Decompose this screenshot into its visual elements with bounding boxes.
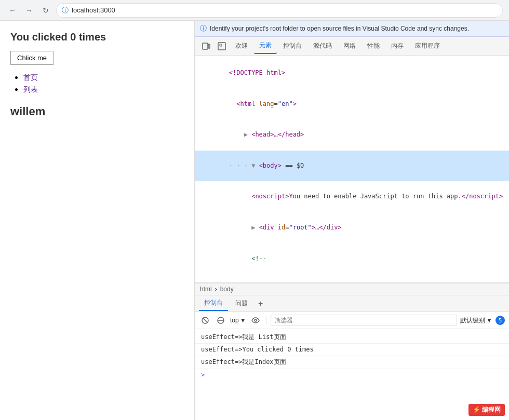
tab-application[interactable]: 应用程序 [410, 38, 445, 53]
id-attr: id [278, 224, 285, 231]
url-text: localhost:3000 [72, 6, 115, 14]
tab-network[interactable]: 网络 [338, 38, 361, 53]
list-item: 列表 [23, 85, 184, 94]
noscript-text: You need to enable JavaScript to run thi… [289, 193, 461, 200]
block-button[interactable] [215, 314, 227, 327]
noscript-close: </noscript> [462, 193, 503, 200]
top-label: top [230, 317, 239, 324]
id-value: "root" [289, 224, 311, 231]
badge-count: 5 [495, 316, 505, 325]
back-button[interactable]: ← [6, 4, 19, 17]
noscript-tag: <noscript> [251, 193, 289, 200]
html-line-html: <html lang="en"> [195, 89, 509, 120]
main-layout: You clicked 0 times Chlick me 首页 列表 will… [0, 21, 509, 420]
browser-chrome: ← → ↻ ⓘ localhost:3000 [0, 0, 509, 21]
svg-rect-1 [208, 44, 210, 48]
comment-open: <!-- [251, 255, 266, 262]
security-icon: ⓘ [62, 6, 69, 15]
head-tag: <head>…</head> [251, 131, 304, 138]
console-tab-console[interactable]: 控制台 [199, 296, 228, 311]
filter-input[interactable] [271, 315, 458, 326]
elements-panel: <!DOCTYPE html> <html lang="en"> ▶ <head… [195, 56, 509, 283]
lang-value: "en" [278, 100, 293, 107]
inspect-icon[interactable] [215, 39, 229, 53]
doctype-tag: <!DOCTYPE html> [229, 69, 285, 76]
tab-welcome[interactable]: 欢迎 [230, 38, 253, 53]
html-line-noscript: <noscript>You need to enable JavaScript … [195, 181, 509, 212]
console-panel: 控制台 问题 + top ▼ [195, 295, 509, 420]
prompt-symbol: > [201, 371, 205, 378]
comment-block: This HTML file is a template. If you ope… [195, 274, 509, 283]
top-arrow-icon: ▼ [240, 317, 246, 324]
level-dropdown[interactable]: 默认级别 ▼ [460, 316, 492, 325]
html-tag: <html [236, 100, 255, 107]
list-item: 首页 [23, 73, 184, 83]
watermark-text: 编程网 [482, 406, 501, 413]
breadcrumb-html[interactable]: html [200, 286, 212, 293]
div-close: >…</div> [312, 224, 342, 231]
devtools-info-bar: ⓘ Identify your project's root folder to… [195, 21, 509, 37]
bc-sep: › [215, 286, 217, 293]
tab-elements[interactable]: 元素 [254, 38, 277, 54]
html-line-div: ▶ <div id="root">…</div> [195, 212, 509, 243]
toolbar-divider [266, 316, 266, 325]
breadcrumb-body[interactable]: body [220, 286, 234, 293]
level-label: 默认级别 [460, 316, 485, 325]
html-line-body[interactable]: · · · ▼ <body> == $0 [195, 151, 509, 182]
svg-rect-0 [203, 43, 208, 49]
dots: · · · [229, 162, 248, 169]
info-bar-icon: ⓘ [200, 24, 207, 33]
level-arrow-icon: ▼ [486, 317, 492, 324]
app-panel: You clicked 0 times Chlick me 首页 列表 will… [0, 21, 195, 420]
info-bar-text: Identify your project's root folder to o… [210, 25, 469, 32]
devtools-tabs: 欢迎 元素 控制台 源代码 网络 性能 内存 应用程序 [195, 37, 509, 56]
watermark-icon: ⚡ [473, 406, 480, 413]
console-tab-issues[interactable]: 问题 [230, 296, 253, 310]
div-arrow[interactable]: ▶ [251, 224, 255, 231]
html-line-comment-open: <!-- [195, 243, 509, 274]
svg-point-7 [254, 319, 257, 321]
forward-button[interactable]: → [23, 4, 35, 17]
breadcrumb-bar: html › body [195, 283, 509, 295]
tab-sources[interactable]: 源代码 [308, 38, 337, 53]
div-tag: <div [259, 224, 274, 231]
eye-button[interactable] [249, 314, 262, 327]
device-toolbar-icon[interactable] [199, 39, 213, 53]
body-tag: <body> [259, 162, 282, 169]
console-output: useEffect=>我是 List页面 useEffect=>You clic… [195, 329, 509, 420]
console-line-3: useEffect=>我是Index页面 [195, 356, 509, 369]
home-link[interactable]: 首页 [23, 73, 38, 82]
svg-line-4 [203, 318, 207, 322]
top-dropdown[interactable]: top ▼ [230, 317, 246, 324]
dom-equal: == $0 [285, 162, 304, 169]
console-prompt[interactable]: > [195, 369, 509, 381]
devtools-panel: ⓘ Identify your project's root folder to… [195, 21, 509, 420]
console-tabs: 控制台 问题 + [195, 295, 509, 312]
lang-attr: lang [259, 100, 274, 107]
console-line-1: useEffect=>我是 List页面 [195, 331, 509, 344]
console-line-2: useEffect=>You clicked 0 times [195, 344, 509, 356]
nav-links: 首页 列表 [10, 73, 184, 94]
refresh-button[interactable]: ↻ [39, 4, 52, 17]
address-bar[interactable]: ⓘ localhost:3000 [56, 3, 503, 18]
html-close: > [293, 100, 297, 107]
html-line-doctype: <!DOCTYPE html> [195, 58, 509, 89]
head-arrow[interactable]: ▶ [244, 131, 248, 138]
clear-console-button[interactable] [199, 314, 211, 327]
tab-memory[interactable]: 内存 [386, 38, 409, 53]
click-button[interactable]: Chlick me [10, 51, 53, 65]
watermark: ⚡ 编程网 [468, 404, 505, 416]
console-add-button[interactable]: + [255, 298, 266, 309]
html-line-head: ▶ <head>…</head> [195, 119, 509, 151]
console-toolbar: top ▼ 默认级别 ▼ 5 [195, 312, 509, 329]
tab-console[interactable]: 控制台 [278, 38, 307, 53]
tab-performance[interactable]: 性能 [362, 38, 385, 53]
app-title: You clicked 0 times [10, 31, 184, 43]
app-name: willem [10, 105, 184, 118]
list-link[interactable]: 列表 [23, 85, 38, 93]
body-arrow[interactable]: ▼ [251, 162, 255, 169]
